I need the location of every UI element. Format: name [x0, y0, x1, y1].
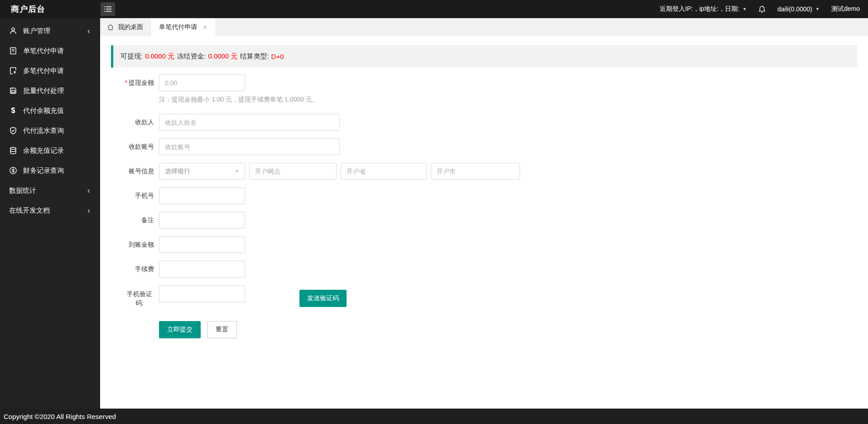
sidebar-toggle-button[interactable]	[101, 2, 115, 16]
sidebar-item-label: 财务记录查询	[23, 166, 64, 175]
tab-label: 我的桌面	[118, 23, 143, 31]
chevron-down-icon: ▼	[815, 7, 820, 11]
sidebar-item-finance-records-query[interactable]: $ 财务记录查询	[0, 161, 100, 180]
shield-check-icon	[9, 127, 17, 135]
app-title: 商户后台	[0, 4, 100, 15]
payee-label: 收款人	[100, 114, 154, 131]
sidebar-item-balance-recharge[interactable]: $ 代付余额充值	[0, 101, 100, 121]
arrival-amount-label: 到账金额	[100, 236, 154, 253]
amount-label: *提现金额	[100, 74, 154, 91]
alert-value: 0.0000 元	[208, 52, 237, 61]
sms-code-label: 手机验证码:	[100, 285, 154, 307]
withdraw-form: *提现金额 注：提现金额最小 1.00 元，提现手续费单笔 1.0000 元。 …	[100, 74, 868, 338]
login-info-dropdown[interactable]: 近期登入IP:，ip地址:，日期: ▼	[660, 5, 747, 13]
form-row-amount: *提现金额	[100, 74, 868, 91]
sidebar-item-online-dev-docs[interactable]: 在线开发文档 ‹	[0, 200, 100, 220]
topbar-right: 近期登入IP:，ip地址:，日期: ▼ daili(0.0000) ▼ 测试de…	[648, 5, 868, 13]
sidebar-item-label: 数据统计	[9, 186, 36, 195]
sidebar-item-label: 代付流水查询	[23, 127, 64, 135]
sidebar-item-label: 余额充值记录	[23, 146, 64, 155]
alert-value: 0.0000 元	[145, 52, 174, 61]
bank-select-placeholder: 选择银行	[165, 167, 190, 175]
user-icon	[9, 27, 17, 35]
remark-label: 备注	[100, 212, 154, 229]
phone-label: 手机号	[100, 187, 154, 204]
form-row-remark: 备注	[100, 212, 868, 229]
user-dropdown[interactable]: daili(0.0000) ▼	[777, 5, 820, 13]
home-icon	[107, 24, 114, 30]
tab-my-desktop[interactable]: 我的桌面	[100, 18, 151, 36]
user-name: daili(0.0000)	[777, 5, 812, 13]
alert-label: 结算类型:	[240, 52, 269, 61]
layout: 账户管理 ‹ 单笔代付申请 多笔代付申请	[0, 18, 868, 409]
reset-button[interactable]: 重置	[207, 321, 237, 338]
sms-code-input[interactable]	[159, 285, 245, 302]
remark-input[interactable]	[159, 212, 245, 229]
amount-input[interactable]	[159, 74, 245, 91]
form-row-fee: 手续费	[100, 261, 868, 278]
form-row-payee: 收款人	[100, 114, 868, 131]
copyright-text: Copyright ©2020 All Rights Reserved	[4, 413, 116, 420]
sidebar-item-multi-payment[interactable]: 多笔代付申请	[0, 61, 100, 81]
account-info-label: 账号信息	[100, 163, 154, 180]
document-arrow-icon	[9, 67, 17, 75]
form-actions: 立即提交 重置	[159, 321, 868, 338]
sidebar-item-account-management[interactable]: 账户管理 ‹	[0, 21, 100, 41]
province-input[interactable]	[341, 163, 427, 180]
close-icon[interactable]: ✕	[203, 24, 207, 31]
tab-bar: 我的桌面 单笔代付申请 ✕	[100, 18, 868, 36]
tab-single-payment[interactable]: 单笔代付申请 ✕	[151, 18, 216, 36]
dollar-icon: $	[9, 107, 17, 115]
database-icon	[9, 146, 17, 155]
notifications-button[interactable]	[758, 5, 766, 13]
sidebar-item-label: 在线开发文档	[9, 206, 50, 215]
city-input[interactable]	[431, 163, 520, 180]
payee-input[interactable]	[159, 114, 340, 131]
alert-value: D+0	[271, 53, 284, 60]
sidebar-item-batch-payment[interactable]: 批量代付处理	[0, 81, 100, 101]
svg-text:$: $	[12, 168, 14, 173]
sidebar-item-label: 批量代付处理	[23, 87, 64, 95]
footer: Copyright ©2020 All Rights Reserved	[0, 409, 868, 424]
bank-select[interactable]: 选择银行 ▼	[159, 163, 245, 180]
amount-note: 注：提现金额最小 1.00 元，提现手续费单笔 1.0000 元。	[159, 96, 868, 104]
save-disk-icon	[9, 87, 17, 95]
form-row-account-info: 账号信息 选择银行 ▼	[100, 163, 868, 180]
required-asterisk: *	[125, 79, 127, 86]
balance-alert: 可提现: 0.0000 元 冻结资金: 0.0000 元 结算类型: D+0	[111, 45, 857, 68]
login-info-text: 近期登入IP:，ip地址:，日期:	[660, 5, 739, 13]
sidebar-item-label: 单笔代付申请	[23, 47, 64, 55]
sidebar-item-recharge-records[interactable]: 余额充值记录	[0, 141, 100, 161]
phone-input[interactable]	[159, 187, 245, 204]
sidebar-item-data-statistics[interactable]: 数据统计 ‹	[0, 180, 100, 200]
hamburger-icon	[104, 6, 112, 12]
form-row-phone: 手机号	[100, 187, 868, 204]
alert-label: 冻结资金:	[177, 52, 206, 61]
chevron-left-icon: ‹	[87, 27, 90, 35]
form-row-arrival-amount: 到账金额	[100, 236, 868, 253]
sidebar-item-label: 多笔代付申请	[23, 67, 64, 75]
account-input[interactable]	[159, 138, 340, 155]
fee-input[interactable]	[159, 261, 245, 278]
send-code-button[interactable]: 发送验证码	[299, 290, 347, 307]
sidebar-item-label: 代付余额充值	[23, 107, 64, 115]
chevron-down-icon: ▼	[743, 7, 747, 11]
chevron-left-icon: ‹	[87, 186, 90, 195]
page-content: 可提现: 0.0000 元 冻结资金: 0.0000 元 结算类型: D+0 *…	[100, 36, 868, 409]
sidebar: 账户管理 ‹ 单笔代付申请 多笔代付申请	[0, 18, 100, 409]
bell-icon	[758, 5, 766, 13]
document-icon	[9, 47, 17, 55]
sidebar-item-payment-flow-query[interactable]: 代付流水查询	[0, 121, 100, 141]
fee-label: 手续费	[100, 261, 154, 278]
merchant-name: 测试demo	[831, 5, 860, 13]
branch-input[interactable]	[249, 163, 337, 180]
sidebar-item-label: 账户管理	[23, 27, 50, 35]
chevron-left-icon: ‹	[87, 206, 90, 214]
tab-label: 单笔代付申请	[159, 23, 197, 31]
submit-button[interactable]: 立即提交	[159, 321, 201, 338]
form-row-sms-code: 手机验证码: 发送验证码	[100, 285, 868, 307]
sidebar-item-single-payment[interactable]: 单笔代付申请	[0, 41, 100, 61]
topbar: 商户后台 近期登入IP:，ip地址:，日期: ▼	[0, 0, 868, 18]
main-area: 我的桌面 单笔代付申请 ✕ 可提现: 0.0000 元 冻结资金: 0.0000…	[100, 18, 868, 409]
arrival-amount-input[interactable]	[159, 236, 245, 253]
